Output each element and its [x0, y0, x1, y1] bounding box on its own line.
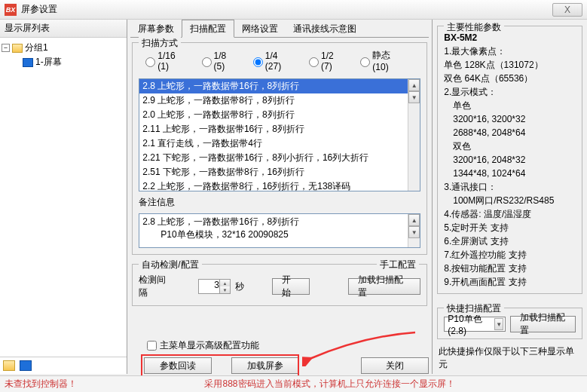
- note-line1: 2.8 上蛇形，一路数据带16行，8列折行: [142, 216, 417, 228]
- advanced-menu-checkbox[interactable]: [147, 341, 157, 351]
- readback-button[interactable]: 参数回读: [144, 357, 212, 374]
- scrollbar[interactable]: ▲ ▼: [408, 214, 420, 247]
- spin-up-icon[interactable]: ▲: [219, 280, 230, 286]
- spin-down-icon[interactable]: ▼: [219, 286, 230, 293]
- tree-screen-label: 1-屏幕: [35, 56, 62, 69]
- advanced-menu-label: 主菜单显示高级配置功能: [160, 339, 259, 352]
- list-item[interactable]: 2.9 上蛇形，一路数据带8行，8列折行: [139, 93, 420, 108]
- folder-icon: [12, 44, 23, 53]
- list-item[interactable]: 2.2 上蛇形，一路数据带8行，16列折行，无138译码: [139, 179, 420, 191]
- auto-detect-group: 自动检测/配置 手工配置 检测间隔 3 ▲▼ 秒 开始 加载扫描配置: [132, 264, 427, 306]
- folder-icon[interactable]: [3, 360, 15, 371]
- radio-1-4[interactable]: 1/4 (27): [249, 51, 292, 72]
- fast-scan-group: 快捷扫描配置 P10单色 (2.8) ▼ 加载扫描配置: [437, 308, 582, 339]
- radio-1-16[interactable]: 1/16 (1): [142, 51, 184, 72]
- radio-static[interactable]: 静态 (10): [356, 49, 404, 72]
- tree-group-row[interactable]: − 分组1: [2, 41, 125, 55]
- chevron-down-icon[interactable]: ▼: [494, 318, 503, 330]
- list-item[interactable]: 2.8 上蛇形，一路数据带16行，8列折行: [139, 79, 420, 93]
- load-scan-config-button[interactable]: 加载扫描配置: [348, 278, 420, 295]
- list-item[interactable]: 2.1 直行走线，一路数据带4行: [139, 136, 420, 151]
- tab-bar: 屏幕参数 扫描配置 网络设置 通讯接线示意图: [130, 21, 429, 38]
- screen-tree: − 分组1 1-屏幕: [0, 38, 127, 357]
- note-line2: P10单色模块，32*16 20090825: [161, 228, 417, 241]
- radio-1-8[interactable]: 1/8 (5): [198, 51, 236, 72]
- screen-list-header: 显示屏列表: [0, 20, 127, 38]
- list-item[interactable]: 2.11 上蛇形，一路数据带16行，8列折行: [139, 122, 420, 136]
- scroll-down-icon[interactable]: ▼: [408, 226, 420, 238]
- tree-collapse-icon[interactable]: −: [2, 44, 10, 52]
- fast-scan-combo[interactable]: P10单色 (2.8) ▼: [444, 317, 506, 332]
- radio-1-2[interactable]: 1/2 (7): [305, 51, 343, 72]
- scan-config-list[interactable]: 2.8 上蛇形，一路数据带16行，8列折行 2.9 上蛇形，一路数据带8行，8列…: [139, 78, 420, 191]
- status-left: 未查找到控制器！: [5, 378, 77, 390]
- interval-label: 检测间隔: [139, 274, 174, 299]
- fast-scan-note: 此快捷操作仅限于以下三种显示单元: [439, 345, 581, 371]
- scrollbar[interactable]: ▲ ▼: [408, 79, 420, 191]
- note-title: 备注信息: [139, 196, 420, 209]
- window-close-button[interactable]: X: [552, 3, 582, 17]
- fast-load-button[interactable]: 加载扫描配置: [510, 316, 576, 332]
- auto-detect-title: 自动检测/配置: [139, 259, 201, 271]
- tree-screen-row[interactable]: 1-屏幕: [23, 55, 125, 69]
- tree-group-label: 分组1: [25, 41, 48, 54]
- interval-input[interactable]: 3 ▲▼: [198, 279, 231, 294]
- window-title: 屏参设置: [21, 3, 552, 16]
- scroll-up-icon[interactable]: ▲: [408, 79, 420, 91]
- scroll-up-icon[interactable]: ▲: [408, 214, 420, 226]
- list-item[interactable]: 2.0 上蛇形，一路数据带8行，8列折行: [139, 108, 420, 122]
- tab-network[interactable]: 网络设置: [234, 20, 286, 37]
- status-bar: 未查找到控制器！ 采用888密码进入当前模式，计算机上只允许连接一个显示屏！: [0, 375, 587, 392]
- scan-mode-group: 扫描方式 1/16 (1) 1/8 (5) 1/4 (27) 1/2 (7) 静…: [132, 42, 427, 255]
- spec-title: 主要性能参数: [444, 20, 504, 34]
- note-box: 2.8 上蛇形，一路数据带16行，8列折行 P10单色模块，32*16 2009…: [139, 213, 420, 248]
- app-icon: BX: [5, 4, 17, 16]
- screen-icon[interactable]: [20, 360, 32, 371]
- tab-screen-params[interactable]: 屏幕参数: [130, 20, 182, 37]
- scroll-down-icon[interactable]: ▼: [408, 91, 420, 103]
- interval-unit: 秒: [235, 280, 244, 293]
- tab-scan-config[interactable]: 扫描配置: [182, 20, 234, 38]
- spec-group: 主要性能参数 BX-5M2 1.最大像素点： 单色 128K点（131072） …: [437, 26, 582, 294]
- tab-wiring[interactable]: 通讯接线示意图: [286, 20, 364, 37]
- scan-mode-title: 扫描方式: [139, 37, 181, 50]
- start-button[interactable]: 开始: [272, 278, 309, 295]
- fast-scan-title: 快捷扫描配置: [444, 302, 504, 315]
- list-item[interactable]: 2.51 下蛇形，一路数据带8行，16列折行: [139, 165, 420, 179]
- list-item[interactable]: 2.21 下蛇形，一路数据带16行，8列小折行，16列大折行: [139, 151, 420, 165]
- close-button[interactable]: 关闭: [361, 357, 429, 374]
- hand-config-title: 手工配置: [377, 259, 419, 271]
- load-screen-button[interactable]: 加载屏参: [231, 357, 299, 374]
- screen-icon: [23, 58, 33, 67]
- status-mid: 采用888密码进入当前模式，计算机上只允许连接一个显示屏！: [77, 378, 582, 390]
